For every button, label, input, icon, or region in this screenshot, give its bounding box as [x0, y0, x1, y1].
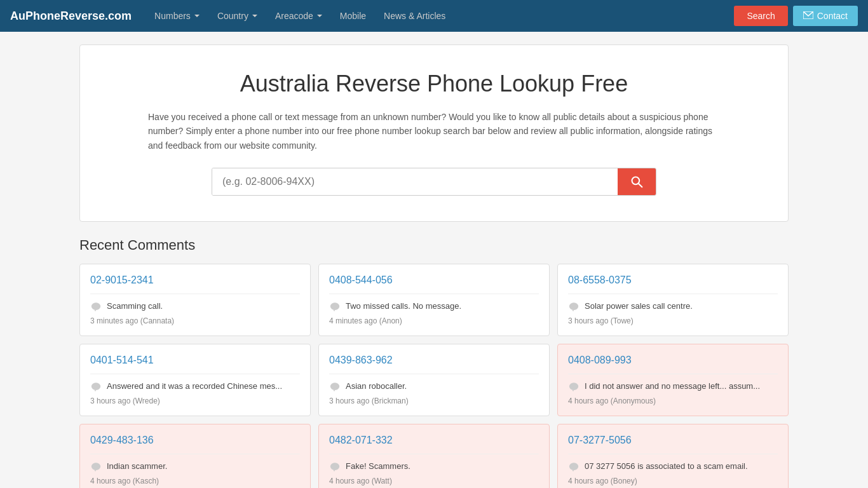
comment-meta: 4 hours ago (Boney) — [568, 477, 778, 485]
phone-number-link[interactable]: 0429-483-136 — [90, 435, 300, 446]
comment-row: Answered and it was a recorded Chinese m… — [90, 381, 300, 393]
chevron-down-icon — [317, 15, 322, 17]
comment-text: Fake! Scammers. — [346, 461, 410, 472]
svg-line-2 — [639, 184, 642, 187]
contact-button[interactable]: Contact — [793, 6, 858, 26]
comment-row: Fake! Scammers. — [329, 461, 539, 473]
phone-number-link[interactable]: 07-3277-5056 — [568, 435, 778, 446]
comment-meta: 4 hours ago (Anonymous) — [568, 396, 778, 405]
comment-meta: 4 hours ago (Kasch) — [90, 477, 300, 485]
brand-logo[interactable]: AuPhoneReverse.com — [10, 10, 132, 23]
phone-number-link[interactable]: 0408-089-993 — [568, 355, 778, 366]
comment-meta: 3 minutes ago (Cannata) — [90, 316, 300, 325]
svg-point-15 — [92, 463, 100, 470]
svg-marker-6 — [333, 310, 335, 312]
comment-row: Indian scammer. — [90, 461, 300, 473]
card-divider — [329, 374, 539, 374]
phone-number-link[interactable]: 02-9015-2341 — [90, 274, 300, 286]
card-divider — [329, 294, 539, 294]
comment-bubble-icon — [90, 381, 102, 393]
chevron-down-icon — [252, 15, 257, 17]
phone-number-link[interactable]: 0439-863-962 — [329, 355, 539, 366]
search-submit-button[interactable] — [618, 168, 656, 195]
comment-bubble-icon — [568, 381, 580, 393]
navbar: AuPhoneReverse.com Numbers Country Areac… — [0, 0, 868, 32]
comment-bubble-icon — [90, 301, 102, 313]
svg-point-13 — [569, 383, 578, 390]
search-input[interactable] — [212, 168, 618, 195]
comment-bubble-icon — [568, 301, 580, 313]
card-divider — [568, 454, 778, 454]
comment-card: 0408-089-993 I did not answer and no mes… — [557, 344, 789, 416]
main-container: Australia Reverse Phone Lookup Free Have… — [72, 44, 796, 488]
phone-number-link[interactable]: 08-6558-0375 — [568, 274, 778, 286]
svg-point-5 — [330, 302, 339, 310]
svg-marker-20 — [572, 470, 574, 472]
comment-card: 08-6558-0375 Solar power sales call cent… — [557, 264, 789, 336]
comment-meta: 4 hours ago (Watt) — [329, 477, 539, 485]
phone-number-link[interactable]: 0482-071-332 — [329, 435, 539, 446]
svg-marker-12 — [333, 390, 335, 392]
search-bar — [212, 168, 656, 196]
comment-meta: 3 hours ago (Brickman) — [329, 396, 539, 405]
hero-section: Australia Reverse Phone Lookup Free Have… — [79, 44, 789, 222]
recent-comments-section: Recent Comments 02-9015-2341 Scamming ca… — [79, 237, 789, 488]
comment-bubble-icon — [90, 461, 102, 473]
comment-text: Scamming call. — [107, 301, 163, 312]
svg-marker-16 — [94, 470, 96, 472]
comment-text: Indian scammer. — [107, 461, 167, 472]
comment-row: I did not answer and no message left... … — [568, 381, 778, 393]
svg-point-7 — [569, 302, 578, 310]
comments-grid-3: 0429-483-136 Indian scammer. 4 hours ago… — [79, 424, 789, 488]
section-title: Recent Comments — [79, 237, 789, 254]
nav-item-mobile[interactable]: Mobile — [332, 6, 374, 26]
comment-text: Solar power sales call centre. — [585, 301, 693, 312]
svg-point-19 — [569, 463, 578, 470]
svg-point-11 — [330, 383, 339, 390]
card-divider — [90, 374, 300, 374]
comment-card: 0439-863-962 Asian robocaller. 3 hours a… — [318, 344, 550, 416]
comment-row: Asian robocaller. — [329, 381, 539, 393]
comment-card: 0429-483-136 Indian scammer. 4 hours ago… — [79, 424, 311, 488]
nav-item-news[interactable]: News & Articles — [376, 6, 453, 26]
comment-meta: 4 minutes ago (Anon) — [329, 316, 539, 325]
svg-marker-18 — [333, 470, 335, 472]
comments-grid-2: 0401-514-541 Answered and it was a recor… — [79, 344, 789, 416]
comment-text: Asian robocaller. — [346, 381, 407, 392]
phone-number-link[interactable]: 0408-544-056 — [329, 274, 539, 286]
search-button[interactable]: Search — [734, 6, 787, 26]
comment-card: 0408-544-056 Two missed calls. No messag… — [318, 264, 550, 336]
hero-title: Australia Reverse Phone Lookup Free — [118, 71, 750, 97]
svg-marker-8 — [572, 310, 574, 312]
nav-item-numbers[interactable]: Numbers — [147, 6, 207, 26]
chevron-down-icon — [194, 15, 200, 17]
nav-right: Search Contact — [734, 6, 858, 26]
comment-bubble-icon — [329, 461, 341, 473]
comment-text: 07 3277 5056 is associated to a scam ema… — [585, 461, 748, 472]
comment-row: Solar power sales call centre. — [568, 301, 778, 313]
comment-text: Two missed calls. No message. — [346, 301, 461, 312]
comment-row: Two missed calls. No message. — [329, 301, 539, 313]
comment-card: 0401-514-541 Answered and it was a recor… — [79, 344, 311, 416]
comment-row: Scamming call. — [90, 301, 300, 313]
nav-item-country[interactable]: Country — [210, 6, 265, 26]
comments-grid: 02-9015-2341 Scamming call. 3 minutes ag… — [79, 264, 789, 336]
svg-point-9 — [92, 383, 100, 390]
svg-marker-14 — [572, 390, 574, 392]
nav-item-areacode[interactable]: Areacode — [268, 6, 330, 26]
card-divider — [568, 374, 778, 374]
phone-number-link[interactable]: 0401-514-541 — [90, 355, 300, 366]
svg-point-17 — [330, 463, 339, 470]
comment-meta: 3 hours ago (Wrede) — [90, 396, 300, 405]
comment-card: 0482-071-332 Fake! Scammers. 4 hours ago… — [318, 424, 550, 488]
comment-row: 07 3277 5056 is associated to a scam ema… — [568, 461, 778, 473]
card-divider — [90, 454, 300, 454]
svg-point-3 — [92, 302, 100, 310]
comment-bubble-icon — [329, 381, 341, 393]
card-divider — [90, 294, 300, 294]
envelope-icon — [803, 11, 813, 21]
comment-text: I did not answer and no message left... … — [585, 381, 760, 392]
comment-bubble-icon — [568, 461, 580, 473]
svg-marker-10 — [94, 390, 96, 392]
card-divider — [568, 294, 778, 294]
